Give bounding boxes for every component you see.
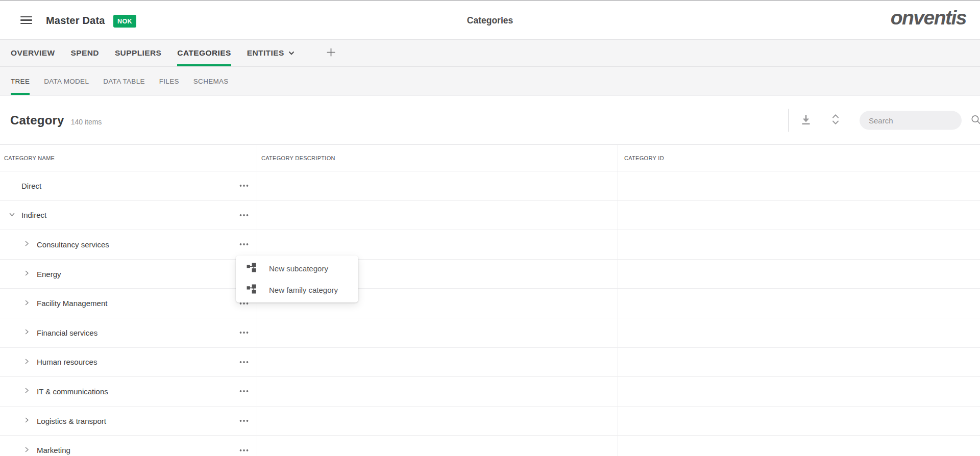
subtab-data-model[interactable]: DATA MODEL bbox=[44, 67, 89, 95]
expand-row-button[interactable] bbox=[23, 240, 31, 249]
tab-suppliers[interactable]: SUPPLIERS bbox=[115, 40, 161, 66]
subtab-files[interactable]: FILES bbox=[159, 67, 179, 95]
subtab-tree[interactable]: TREE bbox=[11, 67, 30, 95]
column-header-category-id: CATEGORY ID bbox=[618, 145, 980, 171]
item-count: 140 items bbox=[71, 118, 102, 126]
search-box[interactable] bbox=[860, 111, 962, 130]
tab-overview[interactable]: OVERVIEW bbox=[11, 40, 55, 66]
status-badge: NOK bbox=[113, 15, 136, 28]
tab-spend[interactable]: SPEND bbox=[70, 40, 99, 66]
category-id-cell bbox=[618, 230, 980, 259]
row-actions-button[interactable] bbox=[238, 241, 250, 248]
category-description-cell bbox=[257, 230, 618, 259]
chevron-down-icon bbox=[8, 211, 16, 220]
collapse-row-button[interactable] bbox=[8, 211, 16, 220]
row-context-menu: New subcategory New family category bbox=[236, 256, 358, 302]
add-tab-button[interactable] bbox=[325, 40, 337, 66]
row-actions-button[interactable] bbox=[238, 388, 250, 395]
expand-row-button[interactable] bbox=[23, 416, 31, 425]
subcategory-hierarchy-icon bbox=[247, 263, 269, 274]
row-actions-button[interactable] bbox=[238, 359, 250, 365]
row-actions-button[interactable] bbox=[238, 183, 250, 189]
tab-entities[interactable]: ENTITIES bbox=[247, 40, 295, 66]
category-name[interactable]: IT & communications bbox=[0, 387, 108, 396]
column-header-category-name: CATEGORY NAME bbox=[0, 145, 257, 171]
table-row[interactable]: Indirect bbox=[0, 201, 980, 231]
hamburger-menu-icon[interactable] bbox=[20, 16, 32, 24]
list-toolbar: Category 140 items bbox=[0, 96, 980, 144]
table-row[interactable]: Financial services bbox=[0, 318, 980, 348]
table-row[interactable]: Human resources bbox=[0, 348, 980, 377]
subtab-schemas[interactable]: SCHEMAS bbox=[193, 67, 229, 95]
expand-row-button[interactable] bbox=[23, 446, 31, 455]
secondary-tab-bar: TREE DATA MODEL DATA TABLE FILES SCHEMAS bbox=[0, 67, 980, 96]
category-description-cell bbox=[257, 377, 618, 406]
expand-row-button[interactable] bbox=[23, 299, 31, 308]
search-input[interactable] bbox=[869, 116, 970, 125]
subtab-data-table[interactable]: DATA TABLE bbox=[103, 67, 145, 95]
toolbar-divider bbox=[788, 109, 789, 132]
category-description-cell bbox=[257, 407, 618, 436]
menu-item-label: New subcategory bbox=[269, 264, 328, 273]
menu-item-label: New family category bbox=[269, 286, 338, 294]
category-name[interactable]: Logistics & transport bbox=[0, 417, 106, 425]
row-actions-button[interactable] bbox=[238, 212, 250, 218]
category-description-cell bbox=[257, 348, 618, 377]
family-category-hierarchy-icon bbox=[247, 284, 269, 296]
category-id-cell bbox=[618, 407, 980, 436]
category-name[interactable]: Indirect bbox=[0, 211, 46, 219]
table-row[interactable]: Consultancy services bbox=[0, 230, 980, 260]
expand-collapse-button[interactable] bbox=[829, 113, 842, 128]
app-title: Master Data bbox=[46, 14, 105, 26]
column-header-category-description: CATEGORY DESCRIPTION bbox=[257, 145, 618, 171]
expand-row-button[interactable] bbox=[23, 387, 31, 396]
row-actions-button[interactable] bbox=[238, 447, 250, 453]
table-row[interactable]: Logistics & transport bbox=[0, 407, 980, 436]
download-icon bbox=[800, 113, 812, 128]
tab-categories[interactable]: CATEGORIES bbox=[177, 40, 231, 66]
category-id-cell bbox=[618, 318, 980, 347]
search-icon[interactable] bbox=[970, 114, 980, 127]
category-description-cell bbox=[257, 171, 618, 200]
menu-item-new-subcategory[interactable]: New subcategory bbox=[236, 258, 358, 279]
chevron-down-icon bbox=[288, 49, 295, 57]
menu-item-new-family-category[interactable]: New family category bbox=[236, 279, 358, 300]
category-name[interactable]: Facility Management bbox=[0, 299, 107, 308]
expand-row-button[interactable] bbox=[23, 328, 31, 337]
table-row[interactable]: Energy bbox=[0, 260, 980, 289]
chevron-right-icon bbox=[23, 358, 31, 367]
category-name[interactable]: Financial services bbox=[0, 328, 97, 337]
category-id-cell bbox=[618, 289, 980, 318]
category-name[interactable]: Marketing bbox=[0, 446, 70, 454]
table-row[interactable]: Marketing bbox=[0, 436, 980, 456]
top-bar: Master Data NOK Categories onventis bbox=[0, 1, 980, 39]
expand-row-button[interactable] bbox=[23, 358, 31, 367]
chevron-right-icon bbox=[23, 269, 31, 278]
primary-tab-bar: OVERVIEW SPEND SUPPLIERS CATEGORIES ENTI… bbox=[0, 39, 980, 67]
category-name[interactable]: Consultancy services bbox=[0, 240, 109, 249]
category-id-cell bbox=[618, 260, 980, 289]
category-name[interactable]: Human resources bbox=[0, 358, 97, 366]
section-heading: Category bbox=[10, 113, 64, 128]
row-actions-button[interactable] bbox=[238, 330, 250, 336]
table-header: CATEGORY NAME CATEGORY DESCRIPTION CATEG… bbox=[0, 144, 980, 171]
category-description-cell bbox=[257, 318, 618, 347]
chevron-right-icon bbox=[23, 446, 31, 455]
category-id-cell bbox=[618, 377, 980, 406]
row-actions-button[interactable] bbox=[238, 418, 250, 424]
category-id-cell bbox=[618, 201, 980, 230]
table-row[interactable]: Direct bbox=[0, 171, 980, 201]
category-tree-table: Direct Indirect bbox=[0, 171, 980, 456]
category-id-cell bbox=[618, 171, 980, 200]
category-description-cell bbox=[257, 201, 618, 230]
export-button[interactable] bbox=[799, 113, 813, 128]
table-row[interactable]: IT & communications bbox=[0, 377, 980, 407]
chevron-right-icon bbox=[23, 240, 31, 249]
category-id-cell bbox=[618, 436, 980, 456]
category-description-cell bbox=[257, 436, 618, 456]
table-row[interactable]: Facility Management bbox=[0, 289, 980, 318]
expand-row-button[interactable] bbox=[23, 269, 31, 278]
chevron-right-icon bbox=[23, 416, 31, 425]
plus-icon bbox=[325, 46, 337, 60]
category-name[interactable]: Direct bbox=[0, 182, 41, 190]
